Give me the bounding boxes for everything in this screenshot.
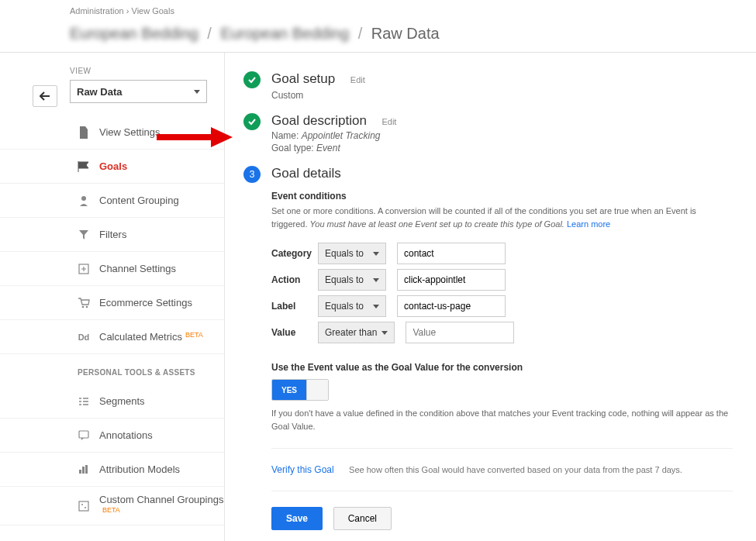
funnel-icon [78,229,90,241]
page-path: European Bedding / European Bedding / Ra… [0,22,756,52]
svg-rect-6 [82,467,85,474]
sidebar-item-label: Filters [99,229,126,240]
sidebar-item-content-grouping[interactable]: Content Grouping [0,184,224,218]
condition-row-value: Value Greater than [271,322,733,343]
view-label: VIEW [70,67,224,75]
annotation-arrow-icon [157,126,234,149]
checkmark-icon [247,74,257,85]
sidebar-item-filters[interactable]: Filters [0,218,224,252]
dd-icon: Dd [78,331,90,343]
use-event-value-toggle[interactable]: YES [271,379,329,401]
edit-link[interactable]: Edit [350,75,365,84]
sidebar-item-label: Goals [99,160,127,172]
event-conditions-heading: Event conditions [271,191,733,202]
path-account: European Bedding [70,25,198,43]
channel-icon [78,263,90,275]
learn-more-link[interactable]: Learn more [567,219,610,229]
sidebar-item-label: Annotations [99,429,153,441]
goal-type-line: Goal type: Event [271,143,396,153]
condition-label: Category [271,248,318,259]
condition-value-input[interactable] [397,243,506,264]
use-event-value-note: If you don't have a value defined in the… [271,407,733,432]
content-area: Goal setup Edit Custom Goal description … [225,53,756,541]
person-icon [78,195,90,207]
sidebar-item-label: Channel Settings [99,263,176,274]
step-goal-details: 3 Goal details [243,166,733,183]
step-title: Goal setup [271,71,335,87]
view-selector-value: Raw Data [77,86,123,98]
sidebar-item-attribution-models[interactable]: Attribution Models [0,453,224,487]
condition-value-input[interactable] [406,322,514,343]
breadcrumb-view-goals[interactable]: View Goals [132,6,174,16]
sidebar-item-segments[interactable]: Segments [0,384,224,419]
sidebar-item-label: View Settings [99,126,161,138]
svg-point-9 [81,504,83,505]
flag-icon [78,160,90,173]
path-view: Raw Data [371,25,440,42]
sidebar-item-label: Attribution Models [99,463,180,475]
condition-value-input[interactable] [397,295,506,317]
condition-label: Value [271,327,318,338]
sidebar-item-label: Custom Channel GroupingsBETA [99,494,223,518]
toggle-empty-side [306,380,328,400]
use-event-value-heading: Use the Event value as the Goal Value fo… [271,362,733,373]
caret-down-icon [373,305,379,308]
condition-row-label: Label Equals to [271,295,733,317]
condition-operator-dropdown[interactable]: Equals to [318,243,386,264]
segments-icon [78,395,90,408]
step-done-badge [243,113,261,130]
condition-label: Action [271,274,318,285]
caret-down-icon [194,90,200,94]
verify-goal-link[interactable]: Verify this Goal [271,464,334,475]
step-goal-description: Goal description Edit Name: Appointlet T… [243,113,733,153]
edit-link[interactable]: Edit [381,117,396,126]
path-property: European Bedding [220,25,349,43]
sidebar-item-calculated-metrics[interactable]: Dd Calculated MetricsBETA [0,320,224,354]
condition-value-input[interactable] [397,269,506,291]
condition-label: Label [271,301,318,312]
breadcrumb-sep: › [126,6,129,16]
sidebar-section-personal: PERSONAL TOOLS & ASSETS [0,354,224,384]
step-done-badge [243,71,261,88]
event-conditions-help: Set one or more conditions. A conversion… [271,205,733,230]
back-arrow-icon [40,91,50,101]
sidebar-item-ecommerce-settings[interactable]: Ecommerce Settings [0,286,224,320]
page-icon [78,126,90,139]
verify-text: See how often this Goal would have conve… [349,465,682,474]
step-title: Goal description [271,113,367,129]
condition-operator-dropdown[interactable]: Greater than [318,322,395,343]
breadcrumb-admin[interactable]: Administration [70,6,124,16]
dropdown-value: Greater than [325,327,377,338]
caret-down-icon [373,252,379,256]
use-event-value-section: Use the Event value as the Goal Value fo… [271,362,733,432]
cancel-button[interactable]: Cancel [333,507,392,530]
breadcrumb: Administration › View Goals [0,0,756,22]
step-goal-setup: Goal setup Edit Custom [243,71,733,101]
dropdown-value: Equals to [325,248,364,259]
sidebar-item-label: Content Grouping [99,195,179,206]
view-selector[interactable]: Raw Data [70,80,207,103]
save-button[interactable]: Save [271,507,323,530]
toggle-yes-label: YES [272,380,306,400]
sidebar-item-goals[interactable]: Goals [0,150,224,184]
svg-point-10 [85,507,86,508]
condition-row-action: Action Equals to [271,269,733,291]
bars-icon [78,463,90,476]
svg-rect-5 [79,470,81,474]
back-button[interactable] [33,85,57,107]
dropdown-value: Equals to [325,301,364,312]
step-subtext: Custom [271,90,365,101]
sidebar-item-channel-settings[interactable]: Channel Settings [0,252,224,286]
verify-section: Verify this Goal See how often this Goal… [271,464,733,475]
svg-point-3 [86,305,88,308]
sidebar-item-label: Ecommerce Settings [99,297,192,308]
sidebar-item-annotations[interactable]: Annotations [0,419,224,453]
condition-operator-dropdown[interactable]: Equals to [318,295,386,317]
sidebar-item-custom-channel-groupings[interactable]: Custom Channel GroupingsBETA [0,487,224,525]
checkmark-icon [247,116,257,127]
caret-down-icon [381,331,388,335]
condition-row-category: Category Equals to [271,243,733,264]
divider [271,491,733,491]
svg-point-2 [82,305,85,308]
condition-operator-dropdown[interactable]: Equals to [318,269,386,291]
